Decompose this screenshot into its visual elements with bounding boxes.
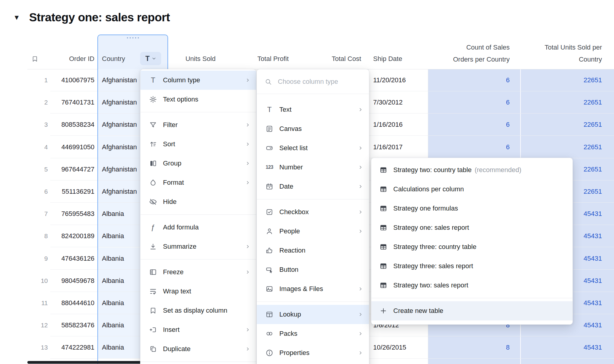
menu-item-text-options[interactable]: Text options bbox=[140, 90, 256, 109]
number-icon: 123 bbox=[265, 165, 274, 170]
type-option-canvas[interactable]: Canvas bbox=[257, 119, 369, 138]
menu-item-format[interactable]: Format bbox=[140, 173, 256, 192]
table-icon bbox=[379, 166, 388, 174]
row-number[interactable]: 6 bbox=[27, 180, 50, 203]
menu-item-add-formula[interactable]: ƒAdd formula bbox=[140, 218, 256, 237]
menu-item-wrap-text[interactable]: Wrap text bbox=[140, 282, 256, 301]
cell-ship-date[interactable]: 10/26/2015 bbox=[368, 336, 428, 359]
lookup-option-strategy-two-country-table[interactable]: Strategy two: country table(recommended) bbox=[371, 160, 573, 180]
column-header-units-sold[interactable]: Units Sold bbox=[167, 55, 223, 69]
type-option-reaction[interactable]: Reaction bbox=[257, 241, 369, 260]
menu-item-set-display-column[interactable]: Set as display column bbox=[140, 301, 256, 320]
cell-order-id[interactable]: 474222981 bbox=[50, 336, 98, 359]
menu-item-group[interactable]: Group bbox=[140, 154, 256, 173]
cell-ship-date[interactable]: 11/20/2016 bbox=[368, 69, 428, 91]
cell-count[interactable]: 6 bbox=[428, 114, 520, 136]
column-type-button[interactable]: T bbox=[140, 52, 161, 65]
menu-item-hide[interactable]: Hide bbox=[140, 192, 256, 211]
type-option-text[interactable]: TText bbox=[257, 100, 369, 119]
menu-item-sort[interactable]: Sort bbox=[140, 135, 256, 154]
column-type-search-input[interactable] bbox=[277, 77, 365, 86]
column-header-ship-date[interactable]: Ship Date bbox=[368, 55, 428, 69]
row-number[interactable]: 2 bbox=[27, 91, 50, 114]
cell-ship-date[interactable]: 1/16/2016 bbox=[368, 114, 428, 136]
row-number[interactable]: 8 bbox=[27, 225, 50, 247]
cell-total-units[interactable]: 22651 bbox=[520, 136, 614, 158]
cell-order-id[interactable]: 551136291 bbox=[50, 180, 98, 203]
cell-total-units[interactable]: 45431 bbox=[520, 336, 614, 359]
chevron-right-icon bbox=[245, 78, 250, 83]
type-option-date[interactable]: Date bbox=[257, 177, 369, 196]
cell-total-units[interactable]: 22651 bbox=[520, 69, 614, 91]
cell-count[interactable]: 6 bbox=[428, 91, 520, 114]
cell-ship-date[interactable]: 1/16/2017 bbox=[368, 136, 428, 158]
cell-order-id[interactable]: 446991050 bbox=[50, 136, 98, 158]
chevron-right-icon bbox=[245, 161, 250, 166]
type-option-lookup[interactable]: Lookup bbox=[257, 305, 369, 324]
row-number[interactable]: 9 bbox=[27, 247, 50, 270]
column-type-search[interactable] bbox=[257, 69, 369, 94]
column-header-count-of-sales[interactable]: Count of Sales Orders per Country bbox=[428, 41, 520, 69]
horizontal-scrollbar-thumb[interactable] bbox=[27, 361, 141, 364]
format-icon bbox=[149, 179, 157, 187]
menu-item-filter[interactable]: Filter bbox=[140, 115, 256, 135]
menu-item-summarize[interactable]: Summarize bbox=[140, 237, 256, 256]
type-option-packs[interactable]: Packs bbox=[257, 324, 369, 343]
cell-order-id[interactable]: 824200189 bbox=[50, 225, 98, 247]
cell-order-id[interactable]: 967644727 bbox=[50, 158, 98, 180]
cell-order-id[interactable]: 808538234 bbox=[50, 114, 98, 136]
search-icon bbox=[264, 78, 272, 85]
column-header-total-profit[interactable]: Total Profit bbox=[223, 55, 298, 69]
cell-count[interactable]: 6 bbox=[428, 69, 520, 91]
cell-count[interactable]: 6 bbox=[428, 136, 520, 158]
chevron-right-icon bbox=[245, 244, 250, 249]
lookup-option-strategy-three-sales-report[interactable]: Strategy three: sales report bbox=[371, 256, 573, 276]
cell-count[interactable]: 8 bbox=[428, 336, 520, 359]
type-option-select-list[interactable]: Select list bbox=[257, 138, 369, 158]
cell-order-id[interactable]: 980459678 bbox=[50, 270, 98, 292]
column-header-total-units[interactable]: Total Units Sold per Country bbox=[520, 41, 614, 69]
type-option-number[interactable]: 123Number bbox=[257, 158, 369, 177]
row-number[interactable]: 7 bbox=[27, 203, 50, 225]
type-option-properties[interactable]: Properties bbox=[257, 343, 369, 362]
row-number[interactable]: 13 bbox=[27, 336, 50, 359]
collapse-triangle-icon[interactable]: ▼ bbox=[13, 14, 20, 21]
row-number[interactable]: 12 bbox=[27, 314, 50, 336]
cell-order-id[interactable]: 585823476 bbox=[50, 314, 98, 336]
type-option-checkbox[interactable]: Checkbox bbox=[257, 202, 369, 222]
create-new-table-button[interactable]: Create new table bbox=[371, 301, 573, 320]
column-header-country[interactable]: Country bbox=[102, 55, 125, 62]
cell-order-id[interactable]: 410067975 bbox=[50, 69, 98, 91]
row-number[interactable]: 5 bbox=[27, 158, 50, 180]
menu-divider bbox=[371, 298, 573, 298]
row-number[interactable]: 3 bbox=[27, 114, 50, 136]
cell-order-id[interactable]: 767401731 bbox=[50, 91, 98, 114]
menu-item-freeze[interactable]: Freeze bbox=[140, 262, 256, 282]
lookup-option-strategy-one-sales-report[interactable]: Strategy one: sales report bbox=[371, 218, 573, 237]
row-number[interactable]: 4 bbox=[27, 136, 50, 158]
column-header-order-id[interactable]: Order ID bbox=[50, 55, 98, 69]
cell-order-id[interactable]: 476436126 bbox=[50, 247, 98, 270]
lookup-option-strategy-two-sales-report[interactable]: Strategy two: sales report bbox=[371, 276, 573, 295]
type-option-people[interactable]: People bbox=[257, 222, 369, 241]
lookup-option-strategy-three-country-table[interactable]: Strategy three: country table bbox=[371, 237, 573, 256]
canvas-icon bbox=[265, 125, 274, 133]
lookup-option-strategy-one-formulas[interactable]: Strategy one formulas bbox=[371, 199, 573, 218]
cell-ship-date[interactable]: 7/30/2012 bbox=[368, 91, 428, 114]
menu-item-column-type[interactable]: TColumn type bbox=[140, 71, 256, 90]
row-number[interactable]: 1 bbox=[27, 69, 50, 91]
bookmark-icon[interactable] bbox=[31, 55, 38, 64]
table-icon bbox=[379, 205, 388, 212]
cell-total-units[interactable]: 22651 bbox=[520, 91, 614, 114]
column-header-total-cost[interactable]: Total Cost bbox=[298, 55, 368, 69]
menu-item-insert[interactable]: Insert bbox=[140, 320, 256, 339]
lookup-option-calculations-per-column[interactable]: Calculations per column bbox=[371, 180, 573, 199]
type-option-images-files[interactable]: Images & Files bbox=[257, 279, 369, 299]
cell-total-units[interactable]: 22651 bbox=[520, 114, 614, 136]
menu-item-duplicate[interactable]: Duplicate bbox=[140, 339, 256, 359]
row-number[interactable]: 11 bbox=[27, 292, 50, 314]
cell-order-id[interactable]: 765955483 bbox=[50, 203, 98, 225]
cell-order-id[interactable]: 880444610 bbox=[50, 292, 98, 314]
type-option-button[interactable]: Button bbox=[257, 260, 369, 279]
row-number[interactable]: 10 bbox=[27, 270, 50, 292]
